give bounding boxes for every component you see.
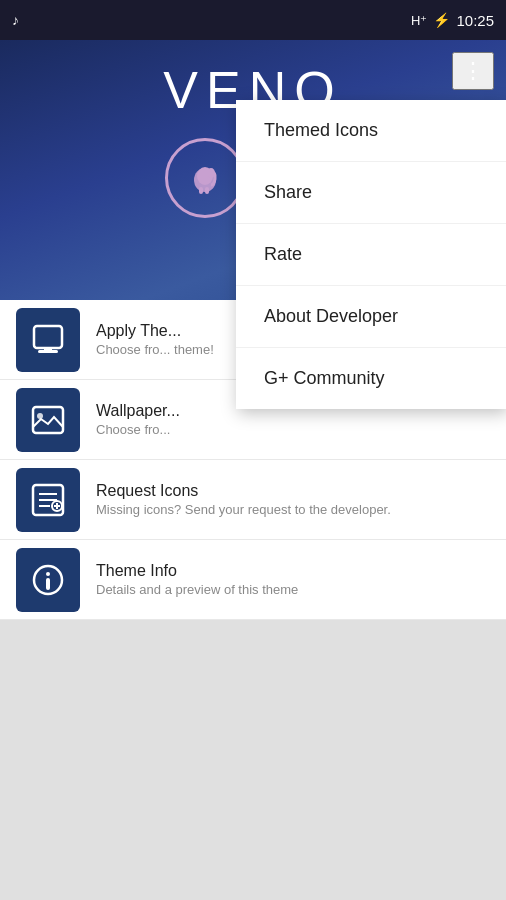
dropdown-item-share[interactable]: Share bbox=[236, 162, 506, 224]
dropdown-item-rate[interactable]: Rate bbox=[236, 224, 506, 286]
dropdown-menu: Themed Icons Share Rate About Developer … bbox=[236, 100, 506, 409]
battery-icon: ⚡ bbox=[433, 12, 450, 28]
status-bar: ♪ H⁺ ⚡ 10:25 bbox=[0, 0, 506, 40]
status-bar-left: ♪ bbox=[12, 12, 19, 28]
signal-icon: H⁺ bbox=[411, 13, 427, 28]
dropdown-item-about-developer[interactable]: About Developer bbox=[236, 286, 506, 348]
clock: 10:25 bbox=[456, 12, 494, 29]
app-notification-icon: ♪ bbox=[12, 12, 19, 28]
dropdown-item-gplus-community[interactable]: G+ Community bbox=[236, 348, 506, 409]
status-bar-right: H⁺ ⚡ 10:25 bbox=[411, 12, 494, 29]
dropdown-item-themed-icons[interactable]: Themed Icons bbox=[236, 100, 506, 162]
